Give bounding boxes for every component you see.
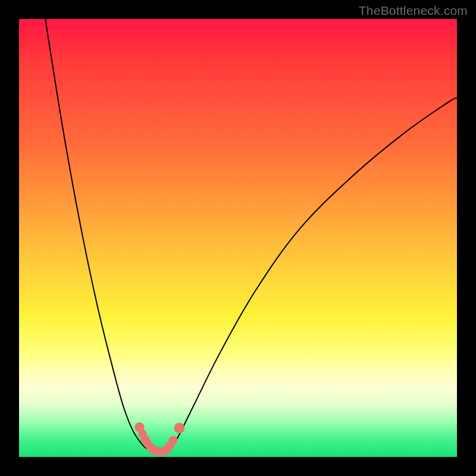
marker-dot [174,423,185,434]
watermark-text: TheBottleneck.com [359,4,468,18]
chart-frame: TheBottleneck.com [0,0,476,476]
marker-dot [169,436,178,445]
plot-area [19,19,457,457]
bottleneck-curve [45,19,457,453]
curve-svg [19,19,457,457]
